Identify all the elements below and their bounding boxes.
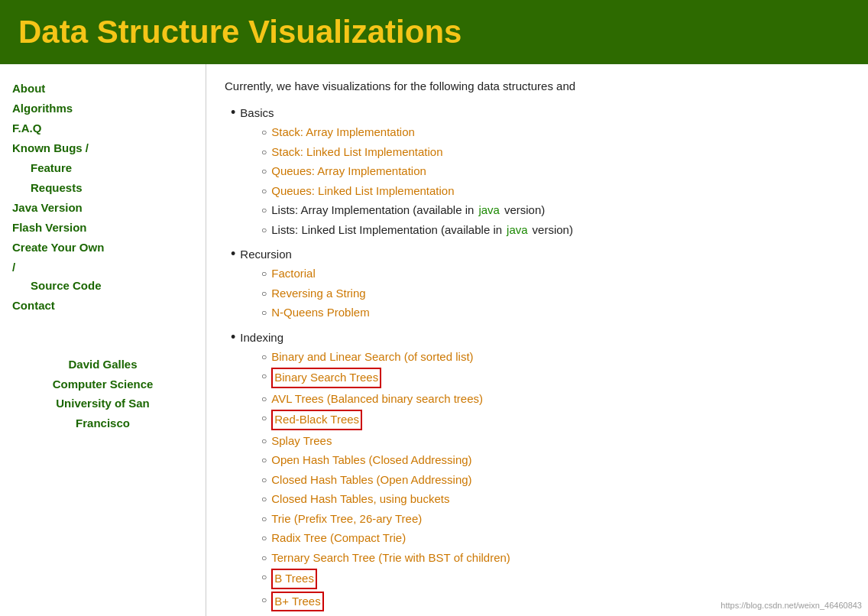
link-nqueens[interactable]: N-Queens Problem [271,304,369,322]
section-title-indexing: Indexing [231,329,850,345]
author-city: Francisco [12,413,193,433]
list-item: Ternary Search Tree (Trie with BST of ch… [261,550,850,567]
section-title-recursion: Recursion [231,246,850,262]
sidebar-item-contact[interactable]: Contact [12,297,193,315]
author-dept: Computer Science [12,374,193,394]
list-item: N-Queens Problem [261,304,850,322]
link-factorial[interactable]: Factorial [271,265,316,283]
recursion-items: Factorial Reversing a String N-Queens Pr… [231,265,850,322]
list-item: Splay Trees [261,433,850,450]
link-queue-linked[interactable]: Queues: Linked List Implementation [271,183,454,200]
link-java-2[interactable]: java [507,222,528,239]
list-item: Queues: Array Implementation [261,163,850,180]
sections-list: Basics Stack: Array Implementation Stack… [225,105,850,616]
list-item: Stack: Linked List Implementation [261,144,850,161]
sidebar-item-algorithms[interactable]: Algorithms [12,99,193,118]
basics-items: Stack: Array Implementation Stack: Linke… [231,124,850,238]
link-splay-trees[interactable]: Splay Trees [271,433,332,450]
list-item: Radix Tree (Compact Trie) [261,530,850,547]
link-trie[interactable]: Trie (Prefix Tree, 26-ary Tree) [271,511,422,528]
list-item: Trie (Prefix Tree, 26-ary Tree) [261,511,850,528]
list-item: Open Hash Tables (Closed Addressing) [261,452,850,469]
link-closed-hash-buckets[interactable]: Closed Hash Tables, using buckets [271,491,449,508]
link-bplus-trees[interactable]: B+ Trees [274,595,320,608]
link-closed-hash[interactable]: Closed Hash Tables (Open Addressing) [271,472,471,489]
link-stack-array[interactable]: Stack: Array Implementation [271,124,415,141]
list-item: Closed Hash Tables, using buckets [261,491,850,508]
intro-text: Currently, we have visualizations for th… [225,79,850,92]
indexing-items: Binary and Linear Search (of sorted list… [231,349,850,612]
list-item: Lists: Linked List Implementation (avail… [261,222,850,239]
sidebar-item-about[interactable]: About [12,79,193,98]
list-item: Stack: Array Implementation [261,124,850,141]
list-item: AVL Trees (Balanced binary search trees) [261,391,850,408]
link-avl-trees[interactable]: AVL Trees (Balanced binary search trees) [271,391,483,408]
section-recursion: Recursion Factorial Reversing a String N… [231,246,850,322]
sidebar-item-requests[interactable]: Requests [12,179,193,197]
list-item: Factorial [261,265,850,283]
list-item: Binary and Linear Search (of sorted list… [261,349,850,366]
header: Data Structure Visualizations [0,0,868,64]
sidebar-author: David Galles Computer Science University… [12,355,193,433]
section-title-basics: Basics [231,105,850,121]
list-item: Closed Hash Tables (Open Addressing) [261,472,850,489]
sidebar-item-faq[interactable]: F.A.Q [12,119,193,138]
main-content: Currently, we have visualizations for th… [206,64,868,616]
sidebar-item-known-bugs[interactable]: Known Bugs / [12,139,193,157]
list-item: Red-Black Trees [261,410,850,430]
link-java-1[interactable]: java [478,202,500,219]
author-university: University of San [12,394,193,413]
watermark: https://blog.csdn.net/weixn_46460843 [721,601,862,610]
link-binary-linear-search[interactable]: Binary and Linear Search (of sorted list… [271,349,473,366]
author-name: David Galles [12,355,193,374]
link-red-black-trees[interactable]: Red-Black Trees [274,413,359,426]
list-item: B Trees [261,569,850,589]
link-b-trees[interactable]: B Trees [274,572,314,585]
sidebar-item-flash-version[interactable]: Flash Version [12,219,193,237]
list-item: Lists: Array Implementation (available i… [261,202,850,219]
link-reversing-string[interactable]: Reversing a String [271,285,365,303]
list-item: Binary Search Trees [261,368,850,388]
section-indexing: Indexing Binary and Linear Search (of so… [231,329,850,612]
link-queue-array[interactable]: Queues: Array Implementation [271,163,426,180]
sidebar: About Algorithms F.A.Q Known Bugs / Feat… [0,64,206,616]
link-bst[interactable]: Binary Search Trees [274,371,378,384]
section-basics: Basics Stack: Array Implementation Stack… [231,105,850,238]
sidebar-item-java-version[interactable]: Java Version [12,199,193,217]
link-stack-linked[interactable]: Stack: Linked List Implementation [271,144,442,161]
sidebar-slash: / [12,258,193,277]
sidebar-item-source-code[interactable]: Source Code [12,277,193,295]
link-ternary-search[interactable]: Ternary Search Tree (Trie with BST of ch… [271,550,510,567]
list-item: Reversing a String [261,285,850,303]
sidebar-item-create-your-own[interactable]: Create Your Own [12,238,193,257]
page-title: Data Structure Visualizations [18,14,850,50]
list-item: Queues: Linked List Implementation [261,183,850,200]
link-radix-tree[interactable]: Radix Tree (Compact Trie) [271,530,406,547]
link-open-hash[interactable]: Open Hash Tables (Closed Addressing) [271,452,471,469]
sidebar-item-feature[interactable]: Feature [12,159,193,177]
